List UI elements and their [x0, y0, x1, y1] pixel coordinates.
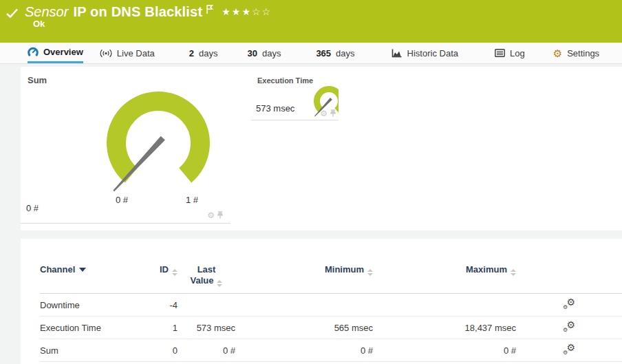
column-header-last-label: Last: [197, 264, 216, 275]
channels-table-panel: Channel ID Last Value Minimum Maximum: [21, 239, 622, 364]
channel-maximum: 18,437 msec: [373, 317, 516, 339]
channel-minimum: 565 msec: [235, 317, 373, 339]
sort-arrows-icon[interactable]: [172, 269, 178, 276]
table-row-sum: Sum 0 0 # 0 # 0 # ⚙⚙: [40, 339, 622, 362]
channel-id: -4: [144, 294, 178, 317]
tab-30-days[interactable]: 30 days: [247, 43, 281, 63]
table-row-execution-time: Execution Time 1 573 msec 565 msec 18,43…: [40, 317, 622, 339]
channel-name: Downtime: [40, 294, 144, 317]
tab-2-days-number: 2: [189, 48, 194, 58]
flag-icon[interactable]: [206, 5, 213, 14]
pin-icon[interactable]: [217, 211, 224, 220]
sensor-tab-bar: Overview Live Data 2 days 30 days 365 da…: [0, 43, 622, 64]
gear-icon: ⚙: [553, 48, 562, 58]
column-header-minimum[interactable]: Minimum: [235, 239, 373, 294]
log-list-icon: [495, 49, 505, 57]
execution-time-current-value: 573 msec: [256, 103, 294, 114]
sensor-name: IP on DNS Blacklist: [73, 4, 202, 20]
sensor-kind-label: Sensor: [25, 4, 68, 20]
tab-log-label: Log: [510, 48, 525, 58]
column-header-minimum-label: Minimum: [325, 264, 364, 275]
channel-id: 1: [144, 317, 178, 339]
column-header-settings: [516, 239, 622, 294]
column-header-value-label: Value: [191, 275, 214, 286]
channel-id: 0: [144, 339, 178, 362]
area-chart-icon: [392, 49, 403, 58]
live-broadcast-icon: [100, 49, 112, 58]
pin-icon[interactable]: [330, 109, 336, 118]
table-row-downtime: Downtime -4 ⚙⚙: [40, 294, 622, 317]
sort-arrows-icon[interactable]: [217, 280, 222, 287]
tab-log[interactable]: Log: [495, 43, 525, 63]
column-header-maximum-label: Maximum: [466, 264, 507, 275]
tab-live-data[interactable]: Live Data: [100, 43, 155, 63]
tab-historic-data[interactable]: Historic Data: [392, 43, 458, 63]
tab-365-days-number: 365: [316, 48, 331, 58]
sensor-status-banner: Sensor IP on DNS Blacklist ★★★☆☆ Ok: [0, 0, 622, 43]
channel-settings-gears-icon[interactable]: ⚙⚙: [563, 321, 575, 332]
tab-365-days[interactable]: 365 days: [316, 43, 354, 63]
channel-name: Execution Time: [40, 317, 144, 339]
tab-overview-label: Overview: [43, 47, 83, 57]
sort-arrows-icon[interactable]: [367, 269, 373, 276]
priority-stars[interactable]: ★★★☆☆: [222, 6, 272, 17]
table-header-row: Channel ID Last Value Minimum Maximum: [40, 239, 622, 294]
tab-30-days-unit: days: [262, 48, 281, 58]
execution-time-gauge-tile: Execution Time 573 msec ⚙: [251, 67, 339, 120]
sort-caret-down-icon: [79, 268, 86, 272]
tab-settings[interactable]: ⚙ Settings: [553, 43, 599, 63]
column-header-id-label: ID: [160, 264, 169, 275]
channel-settings-gears-icon[interactable]: ⚙⚙: [563, 344, 575, 355]
sum-current-value: 0 #: [26, 203, 39, 213]
channel-last-value: [178, 294, 235, 317]
tab-settings-label: Settings: [567, 48, 599, 58]
tab-2-days-unit: days: [199, 48, 217, 58]
gauge-icon: [28, 47, 39, 57]
gear-icon[interactable]: ⚙: [207, 211, 215, 220]
column-header-channel[interactable]: Channel: [40, 239, 144, 294]
channel-minimum: 0 #: [235, 339, 373, 362]
channel-last-value: 0 #: [178, 339, 235, 362]
channel-maximum: 0 #: [373, 339, 516, 362]
column-header-last-value[interactable]: Last Value: [178, 239, 235, 294]
tab-365-days-unit: days: [336, 48, 354, 58]
gear-icon[interactable]: ⚙: [320, 109, 328, 118]
ok-check-icon: [6, 8, 18, 18]
channel-name: Sum: [40, 339, 144, 362]
channel-last-value: 573 msec: [178, 317, 235, 339]
gauges-panel: Sum 0 # 1 # 0 # ⚙ Execution Time 573 ms: [21, 67, 622, 231]
overview-page: Sum 0 # 1 # 0 # ⚙ Execution Time 573 ms: [0, 64, 622, 364]
sum-gauge-tile: Sum 0 # 1 # 0 # ⚙: [21, 67, 230, 224]
column-header-maximum[interactable]: Maximum: [373, 239, 516, 294]
tab-2-days[interactable]: 2 days: [189, 43, 218, 63]
sum-gauge-min-label: 0 #: [116, 195, 128, 205]
tab-overview[interactable]: Overview: [28, 43, 83, 63]
sort-arrows-icon[interactable]: [511, 269, 516, 276]
tab-historic-data-label: Historic Data: [407, 48, 458, 58]
tab-live-data-label: Live Data: [117, 48, 155, 58]
channel-maximum: [373, 294, 516, 317]
sum-gauge-max-label: 1 #: [186, 195, 198, 205]
channel-settings-gears-icon[interactable]: ⚙⚙: [563, 299, 575, 310]
column-header-id[interactable]: ID: [144, 239, 178, 294]
tab-30-days-number: 30: [247, 48, 257, 58]
channel-minimum: [235, 294, 373, 317]
channels-table: Channel ID Last Value Minimum Maximum: [40, 239, 622, 362]
status-text: Ok: [33, 19, 45, 29]
column-header-channel-label: Channel: [40, 264, 75, 275]
